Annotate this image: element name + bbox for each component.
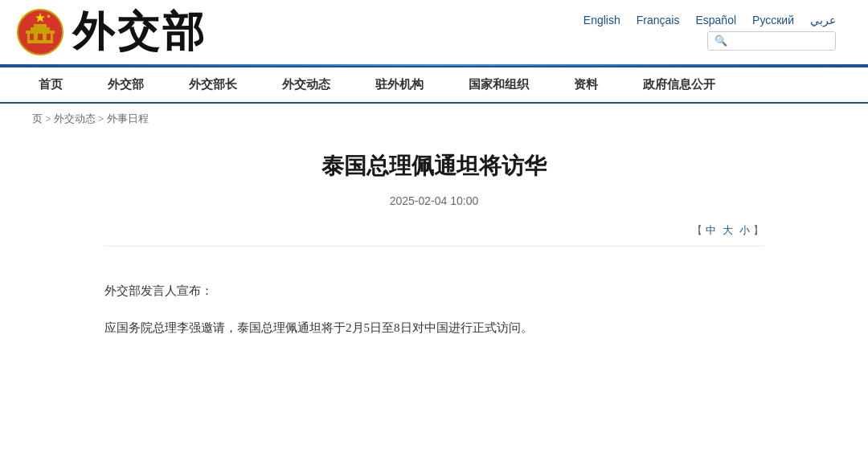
lang-russian[interactable]: Русский	[752, 14, 794, 27]
breadcrumb-subsection: 外事日程	[107, 112, 149, 124]
font-size-small[interactable]: 小	[739, 223, 750, 238]
article-paragraph-1: 外交部发言人宣布：	[104, 279, 764, 303]
search-icon: 🔍	[714, 35, 727, 47]
language-bar: English Français Español Русский عربي	[583, 14, 836, 27]
article-container: 泰国总理佩通坦将访华 2025-02-04 10:00 【 中 大 小 】 外交…	[72, 134, 796, 385]
font-bracket-open: 【	[692, 223, 702, 238]
font-size-medium[interactable]: 中	[706, 223, 716, 238]
search-box[interactable]: 🔍	[707, 31, 836, 51]
national-emblem	[16, 8, 64, 56]
nav-diplomacy[interactable]: 外交动态	[260, 67, 353, 102]
navigation-bar: 首页 外交部 外交部长 外交动态 驻外机构 国家和组织 资料 政府信息公开	[0, 66, 868, 104]
nav-minister[interactable]: 外交部长	[166, 67, 260, 102]
lang-french[interactable]: Français	[637, 14, 680, 27]
svg-rect-5	[34, 24, 47, 28]
article-paragraph-2: 应国务院总理李强邀请，泰国总理佩通坦将于2月5日至8日对中国进行正式访问。	[104, 316, 764, 340]
logo-area: 外交部	[16, 8, 207, 56]
breadcrumb: 页 > 外交动态 > 外事日程	[0, 104, 868, 134]
ministry-calligraphy: 外交部	[72, 11, 207, 53]
article-date: 2025-02-04 10:00	[104, 194, 764, 207]
font-size-large[interactable]: 大	[723, 223, 733, 238]
nav-ministry[interactable]: 外交部	[85, 67, 166, 102]
header: 外交部 English Français Español Русский عرب…	[0, 0, 868, 64]
nav-government-info[interactable]: 政府信息公开	[620, 67, 738, 102]
search-input[interactable]	[727, 35, 829, 47]
article-title: 泰国总理佩通坦将访华	[104, 150, 764, 182]
nav-resources[interactable]: 资料	[551, 67, 620, 102]
breadcrumb-section[interactable]: 外交动态	[54, 112, 96, 124]
lang-arabic[interactable]: عربي	[810, 14, 836, 27]
lang-english[interactable]: English	[583, 14, 620, 27]
svg-rect-8	[47, 34, 51, 40]
nav-countries[interactable]: 国家和组织	[446, 67, 551, 102]
svg-rect-7	[38, 34, 43, 40]
font-bracket-close: 】	[753, 223, 764, 238]
font-size-controls: 【 中 大 小 】	[104, 223, 764, 247]
header-right: English Français Español Русский عربي 🔍	[583, 14, 836, 51]
nav-missions[interactable]: 驻外机构	[353, 67, 446, 102]
article-body: 外交部发言人宣布： 应国务院总理李强邀请，泰国总理佩通坦将于2月5日至8日对中国…	[104, 263, 764, 340]
lang-spanish[interactable]: Español	[695, 14, 736, 27]
svg-rect-6	[30, 34, 34, 40]
nav-home[interactable]: 首页	[16, 67, 85, 102]
breadcrumb-home[interactable]: 页	[32, 112, 43, 124]
